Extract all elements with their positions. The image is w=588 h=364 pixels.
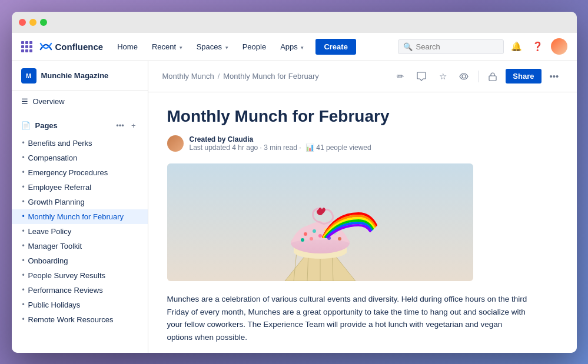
content-header: Monthly Munch / Monthly Munch for Februa… xyxy=(148,61,577,92)
confluence-logo[interactable]: Confluence xyxy=(39,40,104,53)
svg-point-14 xyxy=(310,237,313,241)
meta-text: Created by Claudia Last updated 4 hr ago… xyxy=(190,135,371,152)
svg-point-0 xyxy=(462,75,466,78)
confluence-icon xyxy=(39,40,52,53)
search-icon: 🔍 xyxy=(403,42,413,51)
sidebar-pages-section: 📄 Pages ••• + Benefits and Perks Compens… xyxy=(12,112,148,333)
svg-point-18 xyxy=(338,237,341,241)
sidebar-item-remote[interactable]: Remote Work Resources xyxy=(12,312,148,327)
page-body-text: Munches are a celebration of various cul… xyxy=(167,293,530,343)
nav-spaces[interactable]: Spaces ▾ xyxy=(192,40,233,54)
hero-image xyxy=(167,163,473,281)
page-title: Monthly Munch for February xyxy=(167,106,530,126)
svg-point-16 xyxy=(318,234,322,238)
pages-more-icon[interactable]: ••• xyxy=(114,120,127,131)
share-button[interactable]: Share xyxy=(506,69,541,84)
search-box[interactable]: 🔍 xyxy=(398,39,504,54)
titlebar xyxy=(12,12,577,33)
breadcrumb-parent[interactable]: Monthly Munch xyxy=(162,72,214,81)
sidebar-item-monthly-munch[interactable]: Monthly Munch for February xyxy=(12,209,148,224)
list-icon: ☰ xyxy=(21,97,28,106)
watch-icon[interactable] xyxy=(456,68,472,85)
star-icon[interactable]: ☆ xyxy=(434,68,451,85)
svg-rect-1 xyxy=(489,76,496,81)
main-layout: M Munchie Magazine ☰ Overview 📄 Pages ••… xyxy=(12,61,577,353)
nav-people[interactable]: People xyxy=(238,40,271,54)
sidebar: M Munchie Magazine ☰ Overview 📄 Pages ••… xyxy=(12,61,148,353)
space-name: Munchie Magazine xyxy=(41,71,109,80)
sidebar-item-onboarding[interactable]: Onboarding xyxy=(12,253,148,268)
pages-section-title: 📄 Pages xyxy=(21,121,58,130)
svg-point-11 xyxy=(313,229,316,233)
restrict-icon[interactable] xyxy=(484,68,501,85)
sidebar-space-header[interactable]: M Munchie Magazine xyxy=(12,61,148,91)
help-icon[interactable]: ❓ xyxy=(530,38,546,55)
pages-icon: 📄 xyxy=(21,121,31,130)
author-avatar xyxy=(167,135,184,152)
comment-icon[interactable] xyxy=(413,68,430,85)
sidebar-item-performance[interactable]: Performance Reviews xyxy=(12,283,148,298)
edit-icon[interactable]: ✏ xyxy=(392,68,408,85)
cupcake-svg xyxy=(167,163,473,281)
maximize-button[interactable] xyxy=(40,19,47,26)
content-actions: ✏ ☆ xyxy=(392,68,562,85)
page-content: Monthly Munch for February Created by Cl… xyxy=(148,92,549,353)
sidebar-pages-list: Benefits and Perks Compensation Emergenc… xyxy=(12,135,148,328)
search-input[interactable] xyxy=(416,42,499,51)
sidebar-overview[interactable]: ☰ Overview xyxy=(12,91,148,112)
sidebar-item-leave[interactable]: Leave Policy xyxy=(12,224,148,239)
breadcrumb: Monthly Munch / Monthly Munch for Februa… xyxy=(162,72,319,81)
close-button[interactable] xyxy=(19,19,26,26)
user-avatar[interactable] xyxy=(551,38,567,55)
breadcrumb-current: Monthly Munch for February xyxy=(223,72,319,81)
sidebar-item-holidays[interactable]: Public Holidays xyxy=(12,298,148,312)
sidebar-pages-header[interactable]: 📄 Pages ••• + xyxy=(12,116,148,135)
page-meta: Created by Claudia Last updated 4 hr ago… xyxy=(167,135,530,152)
sidebar-item-emergency[interactable]: Emergency Procedures xyxy=(12,165,148,180)
space-icon: M xyxy=(21,68,36,84)
sidebar-item-employee-referral[interactable]: Employee Referral xyxy=(12,180,148,195)
svg-point-17 xyxy=(301,238,304,242)
content-area: Monthly Munch / Monthly Munch for Februa… xyxy=(148,61,577,353)
more-actions-icon[interactable]: ••• xyxy=(546,68,563,85)
sidebar-item-compensation[interactable]: Compensation xyxy=(12,151,148,165)
apps-grid-icon[interactable] xyxy=(21,41,32,52)
svg-point-10 xyxy=(304,232,307,236)
sidebar-item-growth[interactable]: Growth Planning xyxy=(12,195,148,209)
navbar: Confluence Home Recent ▾ Spaces ▾ People… xyxy=(12,33,577,61)
nav-apps[interactable]: Apps ▾ xyxy=(275,40,308,54)
sidebar-item-manager[interactable]: Manager Toolkit xyxy=(12,239,148,253)
breadcrumb-separator: / xyxy=(218,72,220,81)
sidebar-item-benefits[interactable]: Benefits and Perks xyxy=(12,136,148,151)
action-separator xyxy=(478,71,479,82)
create-button[interactable]: Create xyxy=(315,39,356,55)
nav-home[interactable]: Home xyxy=(112,40,142,54)
traffic-lights xyxy=(19,19,47,26)
app-window: Confluence Home Recent ▾ Spaces ▾ People… xyxy=(12,12,577,353)
sidebar-item-survey[interactable]: People Survey Results xyxy=(12,268,148,283)
minimize-button[interactable] xyxy=(29,19,36,26)
nav-recent[interactable]: Recent ▾ xyxy=(147,40,187,54)
pages-add-icon[interactable]: + xyxy=(129,120,138,131)
pages-section-actions: ••• + xyxy=(114,120,138,131)
notifications-icon[interactable]: 🔔 xyxy=(509,38,525,55)
